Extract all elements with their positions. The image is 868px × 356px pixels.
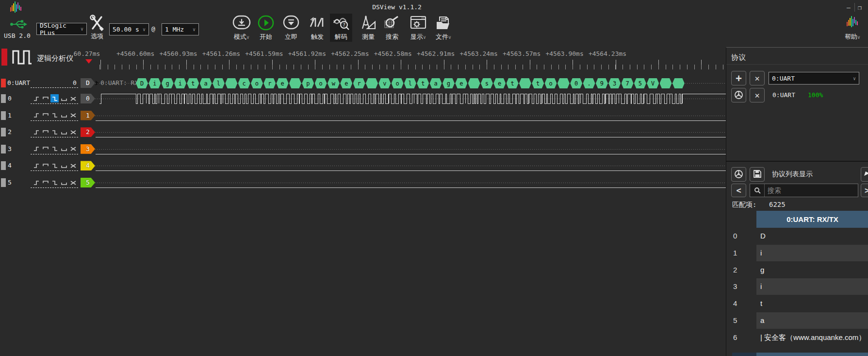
- minimize-button[interactable]: —: [847, 4, 851, 11]
- start-button[interactable]: 开始: [254, 15, 278, 41]
- trigger-low-level-icon[interactable]: [60, 128, 68, 136]
- decoder-options-button[interactable]: [731, 88, 746, 102]
- decoder-select[interactable]: 0:UART ∨: [769, 72, 859, 85]
- uart-frame-hexagon[interactable]: t: [417, 78, 429, 88]
- uart-frame-hexagon[interactable]: v: [378, 78, 391, 88]
- device-select[interactable]: DSLogic PLus ∨: [36, 23, 87, 35]
- decoder-tag[interactable]: D: [81, 78, 95, 88]
- trigger-low-level-icon[interactable]: [60, 178, 68, 186]
- uart-frame-hexagon[interactable]: V: [647, 78, 659, 88]
- uart-frame-hexagon[interactable]: e: [455, 78, 467, 88]
- channel-enable-block[interactable]: [1, 178, 6, 187]
- uart-frame-hexagon[interactable]: w: [328, 78, 340, 88]
- uart-frame-hexagon[interactable]: 0: [570, 78, 582, 88]
- uart-frame-hexagon[interactable]: r: [353, 78, 365, 88]
- uart-frame-hexagon[interactable]: o: [545, 78, 557, 88]
- uart-frame-hexagon[interactable]: t: [507, 78, 519, 88]
- uart-frame-hexagon[interactable]: 3: [608, 78, 621, 88]
- uart-frame-hexagon[interactable]: t: [532, 78, 544, 88]
- trigger-any-edge-icon[interactable]: [69, 111, 77, 119]
- remove-decoder-button[interactable]: ✕: [750, 88, 765, 102]
- uart-frame-hexagon[interactable]: l: [404, 78, 416, 88]
- export-list-button[interactable]: [750, 167, 765, 182]
- trigger-rising-edge-icon[interactable]: [32, 161, 40, 170]
- samplerate-select[interactable]: 1 MHz ∨: [162, 23, 199, 35]
- trigger-falling-edge-icon[interactable]: [50, 178, 59, 186]
- table-row[interactable]: 5 a: [726, 312, 868, 329]
- trigger-falling-edge-icon[interactable]: [50, 128, 59, 136]
- uart-frame-hexagon[interactable]: 5: [634, 78, 646, 88]
- trigger-low-level-icon[interactable]: [60, 111, 68, 119]
- uart-frame-hexagon[interactable]: [672, 78, 685, 88]
- channel-tag[interactable]: 4: [81, 161, 95, 170]
- channel-row[interactable]: 4 4: [0, 160, 726, 171]
- search-next-button[interactable]: >: [861, 184, 868, 197]
- uart-frame-hexagon[interactable]: c: [238, 78, 250, 88]
- channel-row[interactable]: 2 2: [0, 127, 726, 138]
- trigger-falling-edge-icon[interactable]: [50, 161, 59, 170]
- trigger-high-level-icon[interactable]: [41, 94, 49, 102]
- trigger-high-level-icon[interactable]: [41, 161, 49, 170]
- table-row[interactable]: 6 | 安全客（www.anquanke.com）: [726, 329, 868, 346]
- channel-tag[interactable]: 3: [81, 144, 95, 154]
- measure-button[interactable]: 测量: [357, 15, 380, 41]
- trigger-rising-edge-icon[interactable]: [32, 145, 40, 153]
- uart-frame-hexagon[interactable]: [468, 78, 480, 88]
- decode-button[interactable]: ? 解码: [330, 14, 352, 42]
- search-input[interactable]: [765, 184, 858, 197]
- restore-button[interactable]: ❐: [858, 4, 862, 11]
- table-header[interactable]: 0:UART: RX/TX: [756, 211, 868, 228]
- table-row[interactable]: 1 i: [726, 245, 868, 262]
- display-button[interactable]: 显示∨: [406, 15, 431, 41]
- trigger-high-level-icon[interactable]: [41, 145, 49, 153]
- uart-frame-hexagon[interactable]: g: [162, 78, 174, 88]
- uart-frame-hexagon[interactable]: [289, 78, 301, 88]
- uart-frame-hexagon[interactable]: o: [315, 78, 327, 88]
- trigger-low-level-icon[interactable]: [60, 94, 68, 102]
- channel-tag[interactable]: 1: [81, 111, 95, 120]
- trigger-low-level-icon[interactable]: [60, 145, 68, 153]
- trigger-high-level-icon[interactable]: [41, 128, 49, 136]
- uart-frame-hexagon[interactable]: i: [174, 78, 186, 88]
- uart-frame-hexagon[interactable]: o: [251, 78, 263, 88]
- channel0-waveform[interactable]: [80, 93, 726, 104]
- uart-frame-hexagon[interactable]: o: [392, 78, 404, 88]
- trigger-button[interactable]: 触发: [306, 15, 329, 41]
- uart-frame-hexagon[interactable]: [557, 78, 570, 88]
- channel-row[interactable]: 5 5: [0, 177, 726, 188]
- uart-frame-hexagon[interactable]: [366, 78, 378, 88]
- ruler-position-marker[interactable]: [85, 59, 92, 67]
- pin-cursor-button[interactable]: [861, 167, 868, 182]
- duration-select[interactable]: 50.00 s ∨: [109, 23, 149, 35]
- instant-button[interactable]: 立即: [279, 15, 303, 41]
- channel-enable-block[interactable]: [1, 145, 6, 153]
- channel-enable-block[interactable]: [1, 128, 6, 136]
- uart-frame-hexagon[interactable]: [225, 78, 237, 88]
- uart-frame-hexagon[interactable]: s: [481, 78, 493, 88]
- list-options-button[interactable]: [731, 167, 746, 182]
- uart-frame-hexagon[interactable]: .: [583, 78, 595, 88]
- add-decoder-button[interactable]: +: [731, 71, 746, 85]
- search-button[interactable]: 搜索: [380, 15, 404, 41]
- trigger-any-edge-icon[interactable]: [69, 128, 77, 136]
- channel-tag[interactable]: 2: [81, 127, 95, 137]
- table-row[interactable]: 0 D: [726, 228, 868, 245]
- trigger-rising-edge-icon[interactable]: [32, 128, 40, 136]
- trigger-high-level-icon[interactable]: [41, 178, 49, 186]
- table-row[interactable]: 4 t: [726, 295, 868, 312]
- channel-enable-block[interactable]: [1, 94, 6, 103]
- uart-frame-hexagon[interactable]: p: [302, 78, 314, 88]
- uart-frame-hexagon[interactable]: e: [493, 78, 506, 88]
- trigger-rising-edge-icon[interactable]: [32, 111, 40, 119]
- channel-row[interactable]: 1 1: [0, 110, 726, 121]
- table-row[interactable]: 3 i: [726, 278, 868, 295]
- remove-all-decoders-button[interactable]: ✕: [750, 71, 765, 85]
- uart-frame-hexagon[interactable]: t: [187, 78, 199, 88]
- channel-enable-block[interactable]: [1, 161, 6, 170]
- trigger-falling-edge-icon[interactable]: [50, 94, 59, 102]
- uart-frame-hexagon[interactable]: g: [442, 78, 455, 88]
- uart-frame-hexagon[interactable]: a: [200, 78, 212, 88]
- uart-frame-hexagon[interactable]: e: [277, 78, 289, 88]
- trigger-high-level-icon[interactable]: [41, 111, 49, 119]
- trigger-any-edge-icon[interactable]: [69, 178, 77, 186]
